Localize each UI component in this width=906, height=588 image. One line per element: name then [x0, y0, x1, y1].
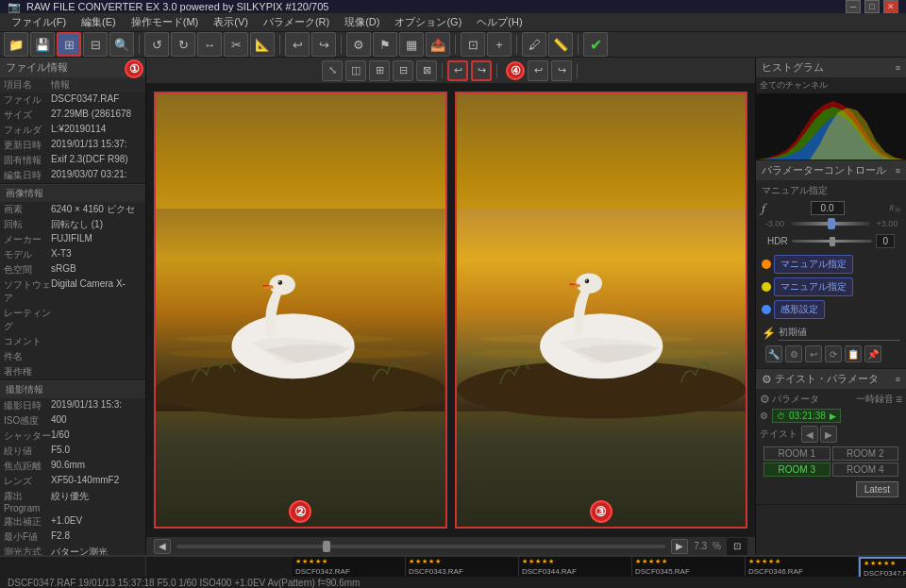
gear-icon-sm: ⚙ — [760, 411, 768, 421]
tone-thumb[interactable] — [828, 218, 835, 229]
grid-btn[interactable]: ⊞ — [369, 60, 390, 81]
initial-label: 初期値 — [779, 326, 900, 341]
tone-slider[interactable] — [792, 222, 870, 226]
histogram-menu[interactable]: ≡ — [896, 63, 900, 73]
taste-next[interactable]: ▶ — [820, 426, 837, 443]
icon-btn-1[interactable]: 🔧 — [765, 345, 782, 362]
tb-btn-redo[interactable]: ↪ — [311, 32, 336, 57]
tb-btn-view-mode[interactable]: ⊞ — [57, 32, 81, 57]
taste-menu[interactable]: ≡ — [896, 375, 900, 384]
film-item[interactable]: RAW★★★★★ DSCF0347.RAF 2019/01/13 15:37:1… — [859, 557, 906, 577]
room1-btn[interactable]: ROOM 1 — [763, 446, 830, 461]
tb-btn-mode1[interactable]: 🖊 — [522, 32, 546, 57]
panel-row: ISO感度400 — [0, 413, 145, 428]
tb-btn-ok[interactable]: ✔ — [583, 32, 608, 57]
icon-btn-4[interactable]: ⟳ — [825, 345, 842, 362]
panel-row: 露出補正+1.0EV — [0, 514, 145, 529]
param-control-header: パラメーターコントロール ≡ — [756, 160, 906, 180]
zoom-track[interactable] — [176, 545, 665, 548]
room3-btn[interactable]: ROOM 3 — [763, 462, 830, 477]
toolbar: 📁 💾 ⊞ ⊟ 🔍 ↺ ↻ ↔ ✂ 📐 ↩ ↪ ⚙ ⚑ ▦ 📤 ⊡ + 🖊 📏 … — [0, 32, 906, 58]
tb-btn-search[interactable]: 🔍 — [109, 32, 134, 57]
icon-btn-5[interactable]: 📋 — [845, 345, 862, 362]
menu-help[interactable]: ヘルプ(H) — [469, 13, 529, 31]
layout-btn[interactable]: ⊠ — [416, 60, 437, 81]
menu-develop[interactable]: 現像(D) — [337, 13, 387, 31]
unlink-btn[interactable]: ↪ — [471, 60, 492, 81]
menu-options[interactable]: オプション(G) — [387, 13, 469, 31]
tb-btn-open[interactable]: 📁 — [4, 32, 28, 57]
tb-btn-crop[interactable]: ✂ — [224, 32, 248, 57]
filmstrip-left-panel — [0, 557, 146, 577]
undo-btn[interactable]: ↩ — [528, 60, 548, 81]
film-filename: DSCF0343.RAF — [409, 567, 515, 576]
tb-btn-develop2[interactable]: ⚙ — [346, 32, 371, 57]
star-icon: ★ — [309, 558, 314, 565]
color-btn[interactable]: マニュアル指定 — [774, 277, 853, 296]
tb-btn-undo[interactable]: ↩ — [285, 32, 310, 57]
menu-edit[interactable]: 編集(E) — [74, 13, 124, 31]
channel-label: 全てのチャンネル — [756, 77, 906, 93]
shape-btn[interactable]: 感形設定 — [774, 300, 825, 319]
initial-row: ⚡ 初期値 — [762, 323, 900, 344]
tb-btn-mode2[interactable]: 📏 — [548, 32, 573, 57]
param-menu[interactable]: ≡ — [896, 166, 900, 176]
tone-input[interactable] — [811, 201, 845, 215]
circle-1-indicator: ① — [125, 59, 143, 78]
panel-row: フォルダL:¥20190114 — [0, 123, 145, 138]
room4-btn[interactable]: ROOM 4 — [832, 462, 899, 477]
film-item[interactable]: RAW★★★★★ DSCF0343.RAF 2019/01/13 15:36:5… — [406, 557, 519, 577]
icon-btn-6[interactable]: 📌 — [864, 345, 881, 362]
film-item[interactable]: RAW★★★★★ DSCF0345.RAF 2019/01/13 15:37:0… — [632, 557, 746, 577]
fit-btn[interactable]: ⤡ — [322, 60, 343, 81]
menu-operation[interactable]: 操作モード(M) — [124, 13, 207, 31]
zoom-btn[interactable]: ◫ — [345, 60, 366, 81]
link-btn[interactable]: ↩ — [447, 60, 468, 81]
zoom-end-btn[interactable]: ⊡ — [727, 538, 747, 555]
tb-btn-save[interactable]: 💾 — [30, 32, 55, 57]
menu-file[interactable]: ファイル(F) — [4, 13, 74, 31]
left-panel: ① ファイル情報 ▲ 項目名 情報 ファイルDSCF0347.RAFサイズ27.… — [0, 58, 146, 555]
tb-btn-develop[interactable]: ⊟ — [83, 32, 108, 57]
tb-btn-flip[interactable]: ↔ — [197, 32, 222, 57]
panel-row: サイズ27.29MB (2861678 — [0, 108, 145, 123]
tb-btn-flag[interactable]: ⚑ — [373, 32, 397, 57]
latest-btn[interactable]: Latest — [856, 481, 898, 497]
wb-btn[interactable]: マニュアル指定 — [774, 255, 853, 274]
zoom-in-btn[interactable]: ▶ — [671, 539, 688, 554]
hdr-slider-track[interactable] — [792, 240, 873, 243]
tone-icon: 𝑓 — [762, 200, 765, 216]
film-item[interactable]: RAW★★★★★ DSCF0344.RAF 2019/01/13 15:37:0… — [519, 557, 632, 577]
maximize-button[interactable]: □ — [864, 0, 880, 13]
room2-btn[interactable]: ROOM 2 — [832, 446, 899, 461]
icon-btn-2[interactable]: ⚙ — [785, 345, 802, 362]
redo-btn[interactable]: ↪ — [551, 60, 572, 81]
file-info-header[interactable]: ファイル情報 ▲ — [0, 58, 145, 77]
left-image-pane: ② — [154, 92, 447, 529]
taste-prev[interactable]: ◀ — [801, 426, 818, 443]
menu-param[interactable]: パラメーク(R) — [256, 13, 337, 31]
film-item[interactable]: RAW★★★★★ DSCF0346.RAF 2019/01/13 15:37:1… — [746, 557, 859, 577]
tb-btn-zoom-in[interactable]: + — [487, 32, 512, 57]
tb-btn-rotate-right[interactable]: ↻ — [171, 32, 195, 57]
panel-row: シャッター1/60 — [0, 428, 145, 444]
film-item[interactable]: RAW★★★★★ DSCF0342.RAF 2019/01/13 15:36:5… — [293, 557, 406, 577]
tb-btn-zoom-fit[interactable]: ⊡ — [461, 32, 485, 57]
tb-btn-straighten[interactable]: 📐 — [250, 32, 275, 57]
tb-btn-export[interactable]: 📤 — [426, 32, 450, 57]
compare-btn[interactable]: ⊟ — [393, 60, 413, 81]
minimize-button[interactable]: ─ — [846, 0, 861, 13]
zoom-thumb[interactable] — [323, 541, 330, 552]
icon-btn-3[interactable]: ↩ — [805, 345, 822, 362]
hdr-thumb[interactable] — [830, 237, 835, 246]
menu-view[interactable]: 表示(V) — [206, 13, 256, 31]
tb-btn-select[interactable]: ▦ — [399, 32, 424, 57]
toolbar-separator-3 — [341, 35, 342, 54]
tb-btn-rotate-left[interactable]: ↺ — [144, 32, 169, 57]
svg-point-6 — [269, 275, 295, 294]
toolbar-separator-4 — [455, 35, 456, 54]
zoom-out-btn[interactable]: ◀ — [154, 539, 171, 554]
close-button[interactable]: ✕ — [883, 0, 898, 13]
film-stars: ★★★★★ — [293, 557, 405, 566]
initial-icon: ⚡ — [762, 327, 776, 340]
